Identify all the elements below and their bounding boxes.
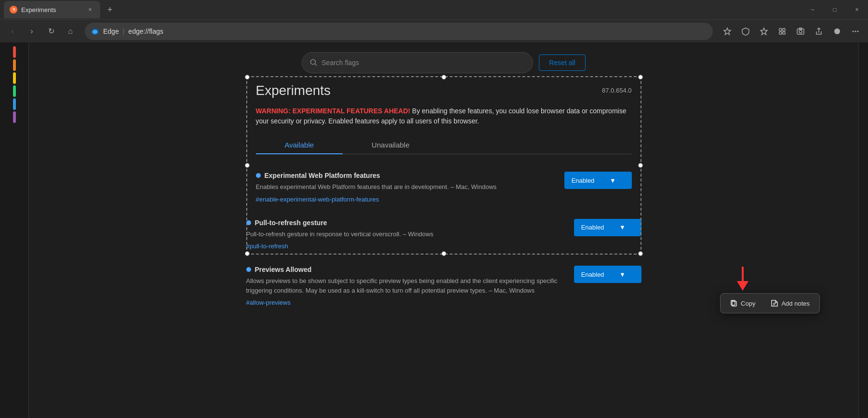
color-tab-purple <box>13 111 16 123</box>
url-text: edge://flags <box>128 27 163 35</box>
copy-label: Copy <box>741 300 755 307</box>
home-button[interactable]: ⌂ <box>62 23 79 40</box>
flags-content: Experiments 87.0.654.0 WARNING: EXPERIME… <box>246 81 641 211</box>
color-tab-yellow <box>13 72 16 84</box>
dropdown-arrow-1: ▼ <box>610 224 636 231</box>
svg-marker-20 <box>737 281 748 291</box>
tab-unavailable[interactable]: Unavailable <box>343 136 438 154</box>
dropdown-arrow-0: ▼ <box>600 177 626 184</box>
feature-dropdown-2[interactable]: Enabled ▼ <box>574 266 641 283</box>
warning-text: WARNING: EXPERIMENTAL FEATURES AHEAD! By… <box>256 106 632 126</box>
copy-icon <box>730 299 738 307</box>
feature-item-2: Previews Allowed Allows previews to be s… <box>246 258 641 314</box>
feature-title-2: Previews Allowed <box>246 266 564 273</box>
add-notes-icon <box>771 299 778 307</box>
svg-marker-4 <box>724 28 731 35</box>
feature-info-1: Pull-to-refresh gesture Pull-to-refresh … <box>246 219 564 251</box>
reset-all-button[interactable]: Reset all <box>539 54 585 71</box>
dropdown-arrow-2: ▼ <box>610 271 636 278</box>
add-notes-label: Add notes <box>781 300 810 307</box>
close-button[interactable]: × <box>846 0 868 19</box>
color-tab-blue <box>13 98 16 110</box>
feature-dot-0 <box>256 173 261 178</box>
back-button[interactable]: ‹ <box>4 23 21 40</box>
address-bar[interactable]: Edge | edge://flags <box>85 23 713 40</box>
right-edge-bar <box>858 42 868 418</box>
svg-marker-5 <box>761 28 767 35</box>
tab-close-button[interactable]: × <box>86 5 94 14</box>
feature-title-1: Pull-to-refresh gesture <box>246 219 564 227</box>
search-bar[interactable] <box>302 52 533 73</box>
svg-rect-8 <box>779 32 782 34</box>
share-button[interactable] <box>810 23 828 40</box>
feature-desc-0: Enables experimental Web Platform featur… <box>256 182 555 192</box>
svg-point-3 <box>93 30 97 34</box>
new-tab-button[interactable]: + <box>102 2 118 17</box>
color-tab-orange <box>13 59 16 71</box>
version-text: 87.0.654.0 <box>602 87 631 94</box>
window-controls: − □ × <box>801 0 868 19</box>
left-sidebar <box>0 42 29 418</box>
color-tab-red <box>13 46 16 58</box>
svg-point-13 <box>834 28 840 34</box>
active-tab[interactable]: ⚗ Experiments × <box>4 1 100 18</box>
feature-desc-2: Allows previews to be shown subject to s… <box>246 276 564 295</box>
svg-point-17 <box>311 60 316 65</box>
search-input[interactable] <box>321 59 525 67</box>
tab-area: ⚗ Experiments × + <box>0 0 118 19</box>
svg-point-11 <box>799 30 802 33</box>
main-content: Reset all Experiments 87.0.654.0 <box>0 42 868 418</box>
edge-logo-icon <box>91 27 99 36</box>
svg-rect-7 <box>783 28 785 31</box>
svg-rect-9 <box>783 32 785 34</box>
feature-dropdown-0[interactable]: Enabled ▼ <box>564 172 632 189</box>
page-header: Experiments 87.0.654.0 <box>256 81 632 98</box>
reload-button[interactable]: ↻ <box>42 23 60 40</box>
browser-name: Edge <box>103 27 119 35</box>
feature-desc-1: Pull-to-refresh gesture in response to v… <box>246 229 564 239</box>
arrow-indicator <box>733 267 752 295</box>
warning-prefix: WARNING: EXPERIMENTAL FEATURES AHEAD! <box>256 107 411 115</box>
svg-rect-6 <box>779 28 782 31</box>
color-tabs <box>13 46 16 123</box>
feature-dot-1 <box>246 220 251 225</box>
feature-title-0: Experimental Web Platform features <box>256 172 555 179</box>
flags-tabs: Available Unavailable <box>256 136 632 154</box>
star-button[interactable] <box>719 23 736 40</box>
feature-dot-2 <box>246 267 251 272</box>
collections-button[interactable] <box>774 23 791 40</box>
search-icon <box>310 59 318 67</box>
copy-menu-item[interactable]: Copy <box>726 297 759 309</box>
add-notes-menu-item[interactable]: Add notes <box>767 297 814 309</box>
forward-button[interactable]: › <box>23 23 40 40</box>
feature-link-2[interactable]: #allow-previews <box>246 299 291 306</box>
feature-item-0: Experimental Web Platform features Enabl… <box>256 164 632 211</box>
tab-available[interactable]: Available <box>256 136 343 154</box>
more-button[interactable] <box>847 23 864 40</box>
page-area: Reset all Experiments 87.0.654.0 <box>29 42 858 418</box>
feature-item-1: Pull-to-refresh gesture Pull-to-refresh … <box>246 211 641 258</box>
search-area: Reset all <box>29 42 858 81</box>
nav-actions <box>719 23 864 40</box>
page-title: Experiments <box>256 83 331 98</box>
address-separator: | <box>123 27 125 35</box>
minimize-button[interactable]: − <box>801 0 824 19</box>
favorites-button[interactable] <box>755 23 773 40</box>
feature-dropdown-1[interactable]: Enabled ▼ <box>574 219 641 236</box>
maximize-button[interactable]: □ <box>824 0 846 19</box>
screenshot-button[interactable] <box>792 23 809 40</box>
svg-line-18 <box>315 64 317 66</box>
feature-link-0[interactable]: #enable-experimental-web-platform-featur… <box>256 196 379 203</box>
shield-button[interactable] <box>737 23 754 40</box>
navbar: ‹ › ↻ ⌂ Edge | edge://flags <box>0 19 868 42</box>
svg-text:⚗: ⚗ <box>12 8 15 12</box>
sidebar-button[interactable] <box>828 23 846 40</box>
context-menu: Copy Add notes <box>720 293 820 313</box>
feature-link-1[interactable]: #pull-to-refresh <box>246 243 288 250</box>
tab-title: Experiments <box>21 6 82 13</box>
titlebar: ⚗ Experiments × + − □ × <box>0 0 868 19</box>
color-tab-green <box>13 85 16 97</box>
svg-point-16 <box>857 30 859 32</box>
feature-info-0: Experimental Web Platform features Enabl… <box>256 172 555 203</box>
svg-point-15 <box>855 30 856 32</box>
